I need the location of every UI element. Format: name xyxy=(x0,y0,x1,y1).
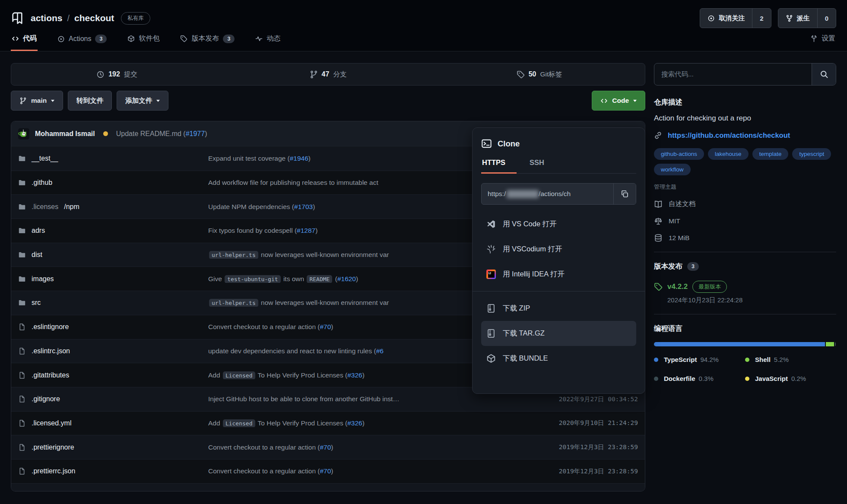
file-name-link[interactable]: .gitattributes xyxy=(32,371,69,379)
meta-book-open[interactable]: 自述文档 xyxy=(654,200,836,209)
topic-pill[interactable]: template xyxy=(752,148,789,160)
issue-link[interactable]: #1620 xyxy=(337,275,356,282)
issue-link[interactable]: #1703 xyxy=(294,203,313,210)
stat-commits[interactable]: 192提交 xyxy=(11,63,222,85)
folder-icon xyxy=(18,155,26,162)
file-row[interactable]: .licensed.yml Add Licensed To Help Verif… xyxy=(11,411,645,435)
meta-database[interactable]: 12 MiB xyxy=(654,234,836,242)
code-search xyxy=(654,63,836,86)
legend-item[interactable]: Shell5.2% xyxy=(745,356,836,363)
tab-actions[interactable]: Actions3 xyxy=(57,34,108,51)
repo-owner-link[interactable]: actions xyxy=(31,13,63,23)
branch-selector[interactable]: main xyxy=(11,91,63,111)
fork-button[interactable]: 派生 0 xyxy=(778,8,836,28)
unwatch-button[interactable]: 取消关注 2 xyxy=(700,8,771,28)
add-file-button[interactable]: 添加文件 xyxy=(117,91,168,111)
file-name-link[interactable]: .licensed.yml xyxy=(32,419,71,427)
file-row[interactable]: .prettierignore Convert checkout to a re… xyxy=(11,435,645,459)
tag-icon xyxy=(180,35,187,42)
commit-message: Update README.md (#1977) xyxy=(116,130,207,138)
release-version-link[interactable]: v4.2.2 xyxy=(667,282,688,291)
file-name-link[interactable]: adrs xyxy=(32,227,45,235)
issue-link[interactable]: #70 xyxy=(320,444,331,451)
legend-item[interactable]: JavaScript0.2% xyxy=(745,375,836,382)
website-link[interactable]: https://github.com/actions/checkout xyxy=(668,131,790,139)
tab-packages[interactable]: 软件包 xyxy=(127,33,160,51)
folder-icon xyxy=(18,179,26,187)
goto-file-button[interactable]: 转到文件 xyxy=(68,91,112,111)
legend-item[interactable]: TypeScript94.2% xyxy=(654,356,745,363)
vscode-icon xyxy=(486,219,496,229)
issue-link[interactable]: #1287 xyxy=(297,227,315,234)
code-chip: Licensed xyxy=(223,371,255,379)
search-icon xyxy=(820,70,828,79)
file-toolbar: main 转到文件 添加文件 Code xyxy=(11,91,645,111)
issue-link[interactable]: #1977 xyxy=(186,130,205,137)
topic-list: github-actionslakehousetemplatetypescrip… xyxy=(654,148,836,175)
clone-tab-https[interactable]: HTTPS xyxy=(481,158,517,174)
tab-releases[interactable]: 版本发布3 xyxy=(179,33,235,51)
repo-name-link[interactable]: checkout xyxy=(74,13,114,23)
file-name-link[interactable]: .gitignore xyxy=(32,395,60,403)
package-icon xyxy=(486,354,496,363)
file-name-link[interactable]: .prettierignore xyxy=(32,444,74,451)
topic-pill[interactable]: typescript xyxy=(792,148,831,160)
file-name-link[interactable]: images xyxy=(32,275,54,283)
meta-law[interactable]: MIT xyxy=(654,217,836,225)
file-name-link[interactable]: .prettierrc.json xyxy=(32,467,75,475)
watch-count[interactable]: 2 xyxy=(752,9,771,28)
commit-status-pending-icon[interactable] xyxy=(103,131,108,136)
stat-tags[interactable]: 50Git标签 xyxy=(434,63,645,85)
language-segment xyxy=(826,342,834,346)
repo-tabs: 代码Actions3软件包版本发布3动态 设置 xyxy=(11,33,836,51)
clone-tab-ssh[interactable]: SSH xyxy=(529,158,555,174)
releases-count-badge: 3 xyxy=(687,262,699,271)
file-name-link[interactable]: __test__ xyxy=(32,155,58,162)
topic-pill[interactable]: workflow xyxy=(654,164,691,175)
menu-item[interactable]: 用 VSCodium 打开 xyxy=(481,237,636,262)
issue-link[interactable]: #70 xyxy=(320,323,331,330)
zip-icon xyxy=(486,329,496,338)
topic-pill[interactable]: github-actions xyxy=(654,148,704,160)
file-name-link[interactable]: .github xyxy=(32,179,52,187)
repo-sidebar: 仓库描述 Action for checking out a repo http… xyxy=(654,63,836,491)
search-input[interactable] xyxy=(654,63,812,85)
menu-item[interactable]: 下载 BUNDLE xyxy=(481,346,636,371)
file-name-link[interactable]: /npm xyxy=(64,203,79,211)
releases-heading[interactable]: 版本发布 xyxy=(654,262,682,271)
issue-link[interactable]: #326 xyxy=(347,419,362,427)
fork-count[interactable]: 0 xyxy=(817,9,836,28)
page-content: 192提交47分支50Git标签 main 转到文件 添加文件 xyxy=(0,51,847,491)
code-button[interactable]: Code xyxy=(592,91,645,111)
file-name-link[interactable]: .eslintignore xyxy=(32,323,69,331)
clone-url-input[interactable]: https:/████████/actions/ch xyxy=(482,184,613,204)
menu-item[interactable]: 下载 ZIP xyxy=(481,296,636,321)
tab-activity[interactable]: 动态 xyxy=(254,33,281,51)
stat-branches[interactable]: 47分支 xyxy=(222,63,434,85)
commit-message: Add Licensed To Help Verify Prod License… xyxy=(208,419,559,427)
commit-message: Convert checkout to a regular action (#7… xyxy=(208,444,559,451)
manage-topics-link[interactable]: 管理主题 xyxy=(654,183,836,191)
file-row[interactable]: .prettierrc.json Convert checkout to a r… xyxy=(11,459,645,483)
pulse-icon xyxy=(255,35,263,42)
commit-date: 2019年12月3日 23:28:59 xyxy=(559,443,638,451)
tab-code[interactable]: 代码 xyxy=(11,33,38,51)
issue-link[interactable]: #6 xyxy=(376,347,384,355)
branch-icon xyxy=(310,70,318,79)
issue-link[interactable]: #1946 xyxy=(290,155,308,162)
file-name-link[interactable]: dist xyxy=(32,251,42,259)
issue-link[interactable]: #326 xyxy=(347,371,362,379)
menu-item[interactable]: 用 VS Code 打开 xyxy=(481,212,636,237)
copy-url-button[interactable] xyxy=(613,184,636,204)
legend-item[interactable]: Dockerfile0.3% xyxy=(654,375,745,382)
topic-pill[interactable]: lakehouse xyxy=(708,148,749,160)
tab-settings[interactable]: 设置 xyxy=(809,33,836,51)
language-dot-icon xyxy=(745,377,749,381)
menu-item[interactable]: 下载 TAR.GZ xyxy=(481,321,636,346)
search-button[interactable] xyxy=(812,63,836,85)
language-segment xyxy=(654,342,825,346)
issue-link[interactable]: #70 xyxy=(320,467,331,475)
file-name-link[interactable]: src xyxy=(32,299,41,307)
menu-item[interactable]: IJ用 Intellij IDEA 打开 xyxy=(481,262,636,287)
file-name-link[interactable]: .eslintrc.json xyxy=(32,347,70,355)
